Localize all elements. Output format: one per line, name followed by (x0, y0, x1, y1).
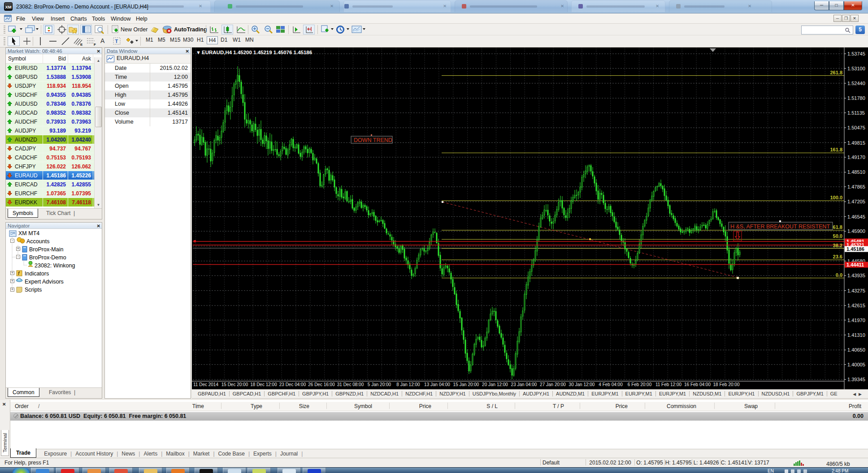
svg-text:E: E (80, 43, 83, 46)
svg-text:1.50475: 1.50475 (847, 125, 865, 130)
svg-text:1.53745: 1.53745 (847, 51, 865, 56)
svg-text:1.41970: 1.41970 (847, 318, 865, 323)
svg-text:6 Feb 20:00: 6 Feb 20:00 (628, 382, 652, 387)
svg-text:F: F (94, 43, 96, 46)
svg-text:1.47865: 1.47865 (847, 184, 865, 189)
svg-text:T: T (115, 39, 118, 44)
svg-text:11 Feb 12:00: 11 Feb 12:00 (655, 382, 682, 387)
svg-text:13 Jan 04:00: 13 Jan 04:00 (424, 382, 450, 387)
svg-text:1.40005: 1.40005 (847, 362, 865, 367)
svg-text:▼: ▼ (196, 50, 201, 55)
svg-text:1.39345: 1.39345 (847, 377, 865, 382)
svg-text:1.48510: 1.48510 (847, 169, 865, 175)
svg-text:4 Feb 04:00: 4 Feb 04:00 (599, 382, 623, 387)
svg-text:1.40650: 1.40650 (847, 347, 865, 353)
svg-text:1.43935: 1.43935 (847, 273, 865, 278)
svg-text:16 Feb 04:00: 16 Feb 04:00 (684, 382, 711, 387)
svg-text:1.43275: 1.43275 (847, 288, 865, 293)
svg-text:27 Jan 20:00: 27 Jan 20:00 (540, 382, 566, 387)
svg-text:1.53100: 1.53100 (847, 66, 865, 71)
svg-text:20 Jan 12:00: 20 Jan 12:00 (482, 382, 508, 387)
svg-text:1.51780: 1.51780 (847, 95, 865, 101)
svg-text:1.45900: 1.45900 (847, 228, 865, 234)
svg-text:1.47205: 1.47205 (847, 199, 865, 204)
svg-text:15 Dec 20:00: 15 Dec 20:00 (221, 382, 248, 387)
svg-text:30 Jan 12:00: 30 Jan 12:00 (569, 382, 595, 387)
svg-text:26 Dec 16:00: 26 Dec 16:00 (308, 382, 335, 387)
svg-text:1.52440: 1.52440 (847, 81, 865, 86)
svg-text:61.8: 61.8 (833, 224, 842, 230)
svg-text:1.41310: 1.41310 (847, 332, 865, 338)
svg-text:18 Feb 20:00: 18 Feb 20:00 (713, 382, 740, 387)
svg-text:1.44411: 1.44411 (846, 262, 864, 267)
svg-text:EURAUD,H4 1.45200 1.45219 1.4: EURAUD,H4 1.45200 1.45219 1.45076 1.4518… (202, 50, 312, 55)
svg-text:1.46545: 1.46545 (847, 214, 865, 219)
svg-text:23 Dec 04:00: 23 Dec 04:00 (279, 382, 306, 387)
svg-text:11 Dec 2014: 11 Dec 2014 (193, 382, 218, 387)
svg-text:31 Dec 08:00: 31 Dec 08:00 (337, 382, 364, 387)
svg-text:23 Jan 04:00: 23 Jan 04:00 (511, 382, 537, 387)
svg-text:261.8: 261.8 (830, 70, 842, 75)
svg-text:1.49170: 1.49170 (847, 155, 865, 160)
svg-text:15 Jan 20:00: 15 Jan 20:00 (453, 382, 479, 387)
svg-text:8 Jan 12:00: 8 Jan 12:00 (396, 382, 420, 387)
svg-text:38.2: 38.2 (833, 243, 842, 248)
svg-text:1.51135: 1.51135 (847, 110, 865, 116)
svg-text:0.0: 0.0 (836, 272, 842, 278)
svg-text:161.8: 161.8 (830, 147, 842, 152)
svg-text:23.6: 23.6 (833, 254, 842, 259)
svg-text:1.49815: 1.49815 (847, 140, 865, 146)
svg-text:100.0: 100.0 (830, 195, 842, 200)
svg-text:1.42615: 1.42615 (847, 303, 865, 308)
svg-text:H &S, AFTER BREAKOUT RESISTENT: H &S, AFTER BREAKOUT RESISTENT (730, 224, 830, 230)
svg-text:50.0: 50.0 (833, 233, 842, 239)
svg-text:5 Jan 20:00: 5 Jan 20:00 (368, 382, 391, 387)
svg-text:18 Dec 12:00: 18 Dec 12:00 (250, 382, 277, 387)
svg-text:1.45186: 1.45186 (846, 246, 864, 252)
svg-text:DOWN TREND: DOWN TREND (354, 137, 392, 143)
